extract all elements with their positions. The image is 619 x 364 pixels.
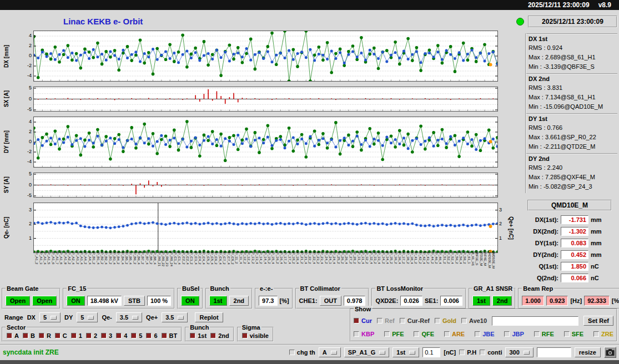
sector-checkbox-4[interactable]: 4 [116, 332, 127, 339]
set-ref-button[interactable]: Set Ref [583, 316, 613, 326]
che1-out-button[interactable]: OUT [320, 296, 341, 306]
bpm-select[interactable]: SP_A1_G [344, 347, 390, 357]
sector-checkbox-b[interactable]: B [23, 332, 35, 339]
bunch-checkbox-1st[interactable]: 1st [190, 332, 207, 339]
show-checkbox-zre[interactable]: ZRE [593, 331, 613, 337]
checkbox-label: Gold [442, 317, 456, 324]
camera-button[interactable] [604, 347, 616, 358]
sector-checkbox-a[interactable]: A [7, 332, 19, 339]
range-row: Range DX 5 DY 5 Qe- 3.5 Qe+ 3.5 Replot [4, 312, 223, 322]
conti-checkbox[interactable]: conti [480, 349, 502, 356]
sector-checkbox-3[interactable]: 3 [101, 332, 112, 339]
orbit-stats: DX 1stRMS : 0.924Max : 2.689@S8_61_H1Min… [525, 33, 617, 193]
monitor-row-value: 1.850 [561, 262, 588, 271]
sigma-checkbox-visible[interactable]: visible [242, 332, 269, 339]
show-checkbox-ref[interactable]: Ref [377, 317, 395, 324]
beam-rep-group: Beam Rep 1.000 0.923 [Hz] 92.333 [%] [518, 288, 619, 309]
checkbox-label: KBP [361, 331, 374, 337]
show-checkbox-ave10[interactable]: Ave10 [461, 317, 487, 324]
sector-checkbox-c[interactable]: C [55, 332, 67, 339]
sigma-items: visible [242, 332, 269, 339]
ee-ratio-label: e-:e- [259, 285, 274, 292]
chg-th-checkbox[interactable]: chg th [289, 349, 315, 356]
checkbox-indicator [210, 333, 216, 338]
fc15-on-button[interactable]: ON [67, 296, 85, 306]
stats-panel-dy-2nd: DY 2ndRMS : 2.240Max : 7.285@QXF4E_MMin … [526, 153, 617, 193]
show-checkbox-are[interactable]: ARE [444, 331, 465, 337]
set-ref-input[interactable] [492, 316, 578, 326]
sector-checkbox-6[interactable]: 6 [146, 332, 157, 339]
plot-area-qe [33, 203, 498, 253]
show-checkbox-sfe[interactable]: SFE [564, 331, 583, 337]
stats-row: Min : -5.082@SP_24_3 [529, 182, 617, 191]
checkbox-label: 2 [94, 332, 97, 339]
plot-row-dx: DX [mm]420-2-4 [1, 31, 515, 82]
beam-gate-open-button-1[interactable]: Open [6, 296, 30, 306]
stats-row: Max : 2.689@S8_61_H1 [529, 53, 617, 62]
plot-canvas-dx [34, 31, 497, 81]
show-checkbox-qfe[interactable]: QFE [414, 331, 434, 337]
plot-ylabel-right-dy [507, 117, 515, 168]
bunch-select[interactable]: 1st [392, 347, 419, 357]
fc15-stb-button[interactable]: STB [124, 296, 145, 306]
busel-on-button[interactable]: ON [181, 296, 199, 306]
show-checkbox-jbe[interactable]: JBE [475, 331, 494, 337]
show-checkbox-cur[interactable]: Cur [354, 317, 372, 324]
range-title: Range [4, 314, 23, 321]
checkbox-label: Cur [361, 317, 372, 324]
monitor-row: Q(1st):1.850nC [527, 260, 612, 272]
dropdown-indicator-icon [51, 316, 57, 320]
range-qem-select[interactable]: 3.5 [116, 312, 142, 322]
sector-checkbox-5[interactable]: 5 [131, 332, 142, 339]
show-checkbox-rfe[interactable]: RFE [534, 331, 554, 337]
checkbox-label: RFE [542, 331, 554, 337]
dropdown-indicator-icon [88, 316, 94, 320]
show-checkbox-kbp[interactable]: KBP [354, 331, 374, 337]
checkbox-label: BT [169, 332, 178, 339]
gr-snsr-2nd-button[interactable]: 2nd [492, 296, 512, 306]
count-select[interactable]: 300 [505, 347, 533, 357]
bunch-1st-button[interactable]: 1st [209, 296, 227, 306]
sector-checkbox-1[interactable]: 1 [71, 332, 82, 339]
plot-ylabel-qe: Qe- [nC] [1, 203, 11, 253]
range-dx-select[interactable]: 5 [39, 312, 61, 322]
ee-ratio-unit: [%] [280, 297, 289, 304]
checkbox-indicator [593, 331, 599, 337]
sector-group: Sector ABRC123456BT [2, 327, 182, 342]
plot-area-sy [33, 173, 498, 198]
replot-button[interactable]: Replot [195, 312, 223, 322]
checkbox-indicator [459, 350, 465, 355]
monitor-row-value: -1.302 [561, 227, 588, 236]
plot-ylabel-sx: SX [A] [1, 87, 11, 112]
stats-panel-dy-1st: DY 1stRMS : 0.766Max : 3.661@SP_R0_22Min… [526, 113, 617, 153]
ph-checkbox[interactable]: P.H [459, 349, 476, 356]
sector-checkbox-r[interactable]: R [39, 332, 51, 339]
checkbox-label: 1st [198, 332, 207, 339]
show-checkbox-gold[interactable]: Gold [435, 317, 456, 324]
checkbox-label: ZRE [601, 331, 613, 337]
che1-label: CHE1: [299, 297, 318, 304]
checkbox-label: P.H [467, 349, 476, 356]
checkbox-indicator [504, 331, 510, 337]
show-checkbox-pfe[interactable]: PFE [384, 331, 404, 337]
sector-checkbox-bt[interactable]: BT [162, 332, 178, 339]
range-qep-select[interactable]: 3.5 [162, 312, 188, 322]
beam-gate-open-button-2[interactable]: Open [32, 296, 57, 306]
bunch-2nd-button[interactable]: 2nd [229, 296, 249, 306]
selected-value: 300 [509, 349, 519, 356]
checkbox-indicator [444, 331, 450, 337]
dropdown-indicator-icon [524, 351, 530, 355]
threshold-input[interactable] [422, 347, 440, 357]
selected-value: 3.5 [120, 314, 128, 321]
show-checkbox-jbp[interactable]: JBP [504, 331, 524, 337]
sector-checkbox-2[interactable]: 2 [86, 332, 97, 339]
gr-snsr-1st-button[interactable]: 1st [472, 296, 490, 306]
mode-select[interactable]: A [319, 347, 341, 357]
statusbar-entry[interactable] [537, 347, 571, 357]
bunch-checkbox-2nd[interactable]: 2nd [210, 332, 229, 339]
show-checkbox-cur-ref[interactable]: Cur-Ref [400, 317, 430, 324]
resize-button[interactable]: resize [575, 347, 601, 357]
range-dy-select[interactable]: 5 [77, 312, 98, 322]
checkbox-indicator [146, 333, 152, 338]
checkbox-label: Cur-Ref [407, 317, 430, 324]
